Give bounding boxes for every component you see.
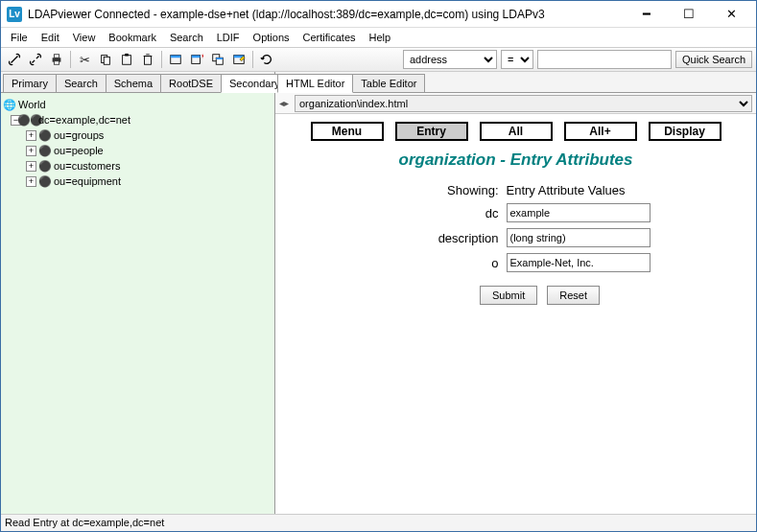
content-area: Menu Entry All All+ Display organization…	[275, 114, 756, 514]
menu-bookmark[interactable]: Bookmark	[103, 30, 162, 45]
menu-view[interactable]: View	[67, 30, 102, 45]
close-button[interactable]: ✕	[710, 2, 752, 27]
search-op-select[interactable]: =	[501, 50, 533, 69]
tab-search[interactable]: Search	[56, 74, 106, 92]
tab-table-editor[interactable]: Table Editor	[352, 74, 425, 92]
copy-icon[interactable]	[96, 50, 115, 69]
form-row: description	[289, 228, 743, 247]
quick-search-button[interactable]: Quick Search	[675, 51, 752, 68]
attr-input-dc[interactable]	[507, 203, 651, 222]
expand-icon[interactable]: +	[26, 130, 36, 141]
node-icon: ⚫	[38, 129, 52, 142]
separator	[161, 51, 162, 68]
cut-icon[interactable]: ✂	[75, 50, 94, 69]
refresh-icon[interactable]	[257, 50, 276, 69]
print-icon[interactable]	[47, 50, 66, 69]
svg-rect-6	[125, 54, 129, 57]
attr-input-description[interactable]	[507, 228, 651, 247]
tree-child[interactable]: + ⚫ ou=equipment	[3, 173, 272, 189]
left-panel: Primary Search Schema RootDSE Secondary …	[1, 72, 275, 514]
tab-primary[interactable]: Primary	[3, 74, 57, 92]
tree-child[interactable]: + ⚫ ou=customers	[3, 158, 272, 173]
new-window-icon[interactable]	[166, 50, 185, 69]
tree-label: ou=people	[54, 145, 104, 156]
separator	[70, 51, 71, 68]
node-icon: ⚫	[38, 175, 52, 188]
menu-options[interactable]: Options	[248, 30, 296, 45]
search-value-input[interactable]	[537, 50, 672, 69]
showing-label: Showing:	[382, 183, 507, 197]
showing-value: Entry Attribute Values	[507, 183, 651, 197]
svg-text:✶: ✶	[201, 53, 204, 59]
node-icon: ⚫	[38, 145, 52, 157]
expand-icon[interactable]: +	[26, 176, 36, 187]
tree-base[interactable]: − ⚫⚫ dc=example,dc=net	[3, 112, 272, 127]
left-tabs: Primary Search Schema RootDSE Secondary	[1, 72, 274, 93]
paste-icon[interactable]	[117, 50, 136, 69]
nav-menu-button[interactable]: Menu	[311, 122, 384, 141]
tree-child[interactable]: + ⚫ ou=people	[3, 143, 272, 158]
new-entry-icon[interactable]: ✶	[187, 50, 206, 69]
nav-display-button[interactable]: Display	[649, 122, 722, 141]
path-nav-icon[interactable]: ◂▸	[279, 98, 295, 108]
nav-entry-button[interactable]: Entry	[395, 122, 468, 141]
maximize-button[interactable]: ☐	[668, 2, 710, 27]
svg-rect-9	[171, 56, 181, 58]
titlebar: Lv LDAPviewer Connected - example-dse+ne…	[1, 1, 756, 28]
status-bar: Read Entry at dc=example,dc=net	[1, 514, 756, 531]
tree-label: World	[18, 99, 46, 110]
nav-all-button[interactable]: All	[480, 122, 553, 141]
menu-certificates[interactable]: Certificates	[297, 30, 362, 45]
menu-ldif[interactable]: LDIF	[211, 30, 246, 45]
globe-icon: 🌐	[3, 99, 16, 111]
svg-rect-2	[54, 61, 59, 65]
svg-rect-15	[216, 58, 223, 59]
svg-rect-11	[192, 56, 201, 58]
reset-button[interactable]: Reset	[547, 286, 600, 305]
svg-rect-4	[104, 57, 109, 64]
svg-rect-5	[123, 56, 131, 65]
expand-icon[interactable]: +	[26, 146, 36, 156]
attr-input-o[interactable]	[507, 253, 651, 272]
node-icon: ⚫⚫	[23, 114, 36, 127]
delete-icon[interactable]	[138, 50, 157, 69]
submit-button[interactable]: Submit	[480, 286, 537, 305]
menu-edit[interactable]: Edit	[35, 30, 65, 45]
section-title: organization - Entry Attributes	[289, 150, 743, 170]
disconnect-icon[interactable]	[26, 50, 45, 69]
attr-label: dc	[382, 206, 507, 220]
attr-label: o	[382, 256, 507, 270]
tree-label: ou=groups	[54, 129, 104, 141]
attr-label: description	[382, 231, 507, 245]
form-row: o	[289, 253, 743, 272]
menu-help[interactable]: Help	[364, 30, 397, 45]
tree-label: dc=example,dc=net	[38, 114, 130, 126]
menubar: File Edit View Bookmark Search LDIF Opti…	[1, 28, 756, 47]
tree[interactable]: 🌐 World − ⚫⚫ dc=example,dc=net + ⚫ ou=gr…	[1, 93, 274, 514]
form-row: dc	[289, 203, 743, 222]
connect-icon[interactable]	[5, 50, 24, 69]
tree-child[interactable]: + ⚫ ou=groups	[3, 127, 272, 143]
right-panel: HTML Editor Table Editor ◂▸ organization…	[275, 72, 756, 514]
path-select[interactable]: organization\index.html	[295, 95, 752, 112]
menu-search[interactable]: Search	[164, 30, 209, 45]
expand-icon[interactable]: +	[26, 161, 36, 172]
window-title: LDAPviewer Connected - example-dse+net (…	[28, 8, 626, 21]
node-icon: ⚫	[38, 160, 52, 173]
nav-button-row: Menu Entry All All+ Display	[289, 122, 743, 141]
minimize-button[interactable]: ━	[626, 2, 668, 27]
app-icon: Lv	[7, 7, 22, 22]
nav-allplus-button[interactable]: All+	[564, 122, 637, 141]
tree-root[interactable]: 🌐 World	[3, 97, 272, 112]
form-row-showing: Showing: Entry Attribute Values	[289, 183, 743, 197]
menu-file[interactable]: File	[5, 30, 34, 45]
search-attr-select[interactable]: address	[403, 50, 497, 69]
rename-icon[interactable]	[229, 50, 248, 69]
separator	[252, 51, 253, 68]
tab-html-editor[interactable]: HTML Editor	[277, 74, 353, 93]
submit-row: Submit Reset	[289, 286, 743, 305]
duplicate-icon[interactable]	[208, 50, 227, 69]
tab-schema[interactable]: Schema	[106, 74, 161, 92]
path-row: ◂▸ organization\index.html	[275, 93, 756, 114]
tab-rootdse[interactable]: RootDSE	[160, 74, 222, 92]
